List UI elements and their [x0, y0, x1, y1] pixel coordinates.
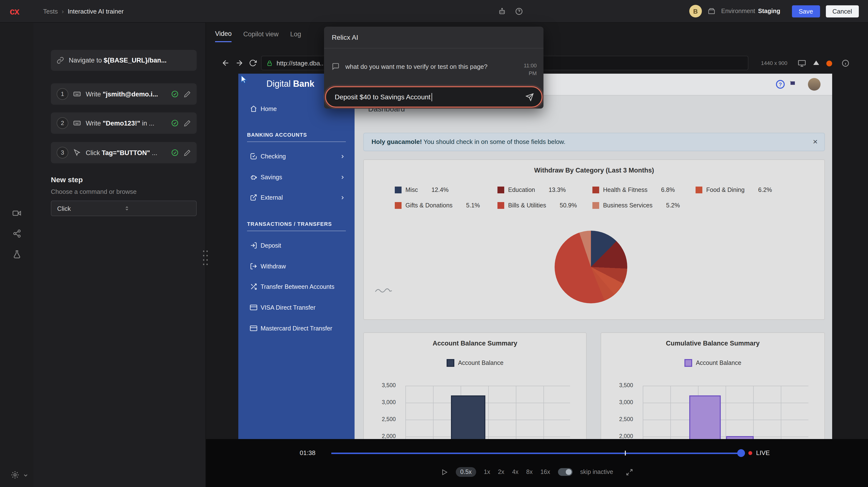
- breadcrumb-tests-link[interactable]: Tests: [43, 7, 58, 15]
- section-banking-accounts: BANKING ACCOUNTS: [247, 132, 307, 138]
- flow-icon[interactable]: [12, 229, 21, 238]
- step-success-icon: [171, 90, 179, 98]
- info-icon[interactable]: [841, 59, 849, 67]
- lock-icon: [267, 60, 273, 66]
- y-axis-tick: 2,500: [608, 416, 633, 422]
- bank-help-icon[interactable]: ?: [776, 80, 785, 89]
- assistant-input-value: Deposit $40 to Savings Account: [335, 93, 430, 101]
- browser-forward-icon[interactable]: [235, 59, 244, 67]
- cumulative-balance-bar: [689, 395, 721, 439]
- y-axis-tick: 3,500: [371, 382, 396, 388]
- live-dot: [748, 451, 752, 455]
- step-row-2[interactable]: 2 Write "Demo123!" in ...: [51, 113, 197, 134]
- playback-time: 01:38: [293, 449, 322, 456]
- sidebar-item-mastercard-transfer[interactable]: Mastercard Direct Transfer: [238, 322, 354, 335]
- skip-inactive-label: skip inactive: [580, 468, 613, 475]
- step-row-1[interactable]: 1 Write "jsmith@demo.i...: [51, 83, 197, 105]
- monitor-icon[interactable]: [798, 59, 806, 67]
- breadcrumb-separator: ›: [62, 7, 64, 15]
- environment-value[interactable]: Staging: [758, 8, 780, 14]
- step-number-badge: 3: [57, 147, 68, 158]
- flask-icon[interactable]: [12, 250, 21, 259]
- text-caret: [431, 93, 432, 101]
- help-icon[interactable]: [515, 7, 523, 15]
- app-logo[interactable]: cx: [10, 6, 19, 17]
- page-title: Interactive AI trainer: [68, 7, 124, 15]
- assistant-input[interactable]: Deposit $40 to Savings Account: [325, 86, 542, 108]
- step-number-badge: 2: [57, 117, 68, 129]
- command-select[interactable]: Click: [51, 201, 197, 216]
- panel-resize-handle[interactable]: [202, 249, 209, 267]
- speed-4x[interactable]: 4x: [512, 468, 518, 475]
- bar-chart-plot: [405, 386, 570, 439]
- toggle-knob: [566, 469, 571, 475]
- step-label: Write "Demo123!" in ...: [86, 119, 166, 127]
- edit-pencil-icon[interactable]: [184, 119, 191, 127]
- alert-text: Holy guacamole! You should check in on s…: [372, 133, 565, 151]
- chevron-right-icon: [340, 154, 345, 159]
- speed-1x[interactable]: 1x: [484, 468, 490, 475]
- timeline-marker: [625, 451, 626, 456]
- edit-pencil-icon[interactable]: [184, 149, 191, 156]
- sidebar-item-deposit[interactable]: Deposit: [238, 239, 354, 252]
- ai-robot-icon[interactable]: [498, 7, 506, 15]
- sidebar-item-savings[interactable]: Savings: [238, 171, 354, 184]
- video-camera-icon[interactable]: [12, 209, 21, 218]
- skip-inactive-toggle[interactable]: [558, 468, 572, 476]
- browser-back-icon[interactable]: [221, 59, 230, 67]
- alert-banner: Holy guacamole! You should check in on s…: [363, 133, 825, 151]
- keyboard-icon: [73, 90, 81, 98]
- warning-triangle-icon[interactable]: [813, 61, 819, 65]
- speed-8x[interactable]: 8x: [526, 468, 533, 475]
- breadcrumb: Tests › Interactive AI trainer: [43, 0, 124, 22]
- sidebar-item-external[interactable]: External: [238, 191, 354, 205]
- cumulative-balance-card: Cumulative Balance Summary Account Balan…: [600, 332, 825, 439]
- save-button[interactable]: Save: [792, 5, 820, 17]
- legend-swatch: [695, 187, 702, 193]
- send-icon[interactable]: [526, 93, 534, 101]
- user-avatar[interactable]: B: [689, 5, 702, 18]
- account-balance-card: Account Balance Summary Account Balance …: [363, 332, 587, 439]
- step-label: Click Tag="BUTTON" ...: [86, 149, 166, 156]
- environment-label: Environment: [721, 8, 755, 14]
- new-step-title: New step: [51, 175, 83, 184]
- legend-swatch: [592, 187, 599, 193]
- timeline-track[interactable]: [331, 449, 745, 457]
- navigate-step[interactable]: Navigate to ${BASE_URL}/ban...: [51, 50, 197, 71]
- sidebar-item-checking[interactable]: Checking: [238, 150, 354, 163]
- fullscreen-icon[interactable]: [626, 468, 633, 476]
- app-window: cx Tests › Interactive AI trainer B Envi…: [0, 0, 868, 487]
- alert-close-icon[interactable]: ×: [813, 133, 817, 151]
- bar-chart-title: Cumulative Balance Summary: [601, 340, 825, 347]
- step-row-3[interactable]: 3 Click Tag="BUTTON" ...: [51, 142, 197, 163]
- tab-log[interactable]: Log: [290, 31, 301, 42]
- withdraw-category-pie: [555, 231, 627, 303]
- chevron-down-icon[interactable]: [23, 473, 29, 478]
- status-orange-dot[interactable]: [826, 61, 832, 66]
- speed-16x[interactable]: 16x: [540, 468, 550, 475]
- browser-refresh-icon[interactable]: [249, 59, 257, 67]
- edit-pencil-icon[interactable]: [184, 90, 191, 98]
- sidebar-item-visa-transfer[interactable]: VISA Direct Transfer: [238, 301, 354, 314]
- settings-gear-icon[interactable]: [11, 470, 20, 479]
- cumulative-balance-bar: [726, 436, 754, 439]
- bar-chart-plot: [643, 386, 808, 439]
- bank-logo[interactable]: Digital Bank: [267, 79, 314, 89]
- playhead[interactable]: [737, 449, 745, 457]
- tab-copilot-view[interactable]: Copilot view: [243, 31, 279, 42]
- y-axis-tick: 3,000: [608, 399, 633, 405]
- play-icon[interactable]: [441, 468, 448, 476]
- assistant-title: Relicx AI: [324, 27, 544, 49]
- withdraw-category-card: Withdraw By Category (Last 3 Months) Mis…: [363, 159, 825, 320]
- tab-video[interactable]: Video: [215, 30, 232, 42]
- speed-2x[interactable]: 2x: [498, 468, 504, 475]
- bank-user-avatar[interactable]: [808, 78, 820, 91]
- assistant-message-time: 11:00 PM: [516, 62, 537, 77]
- section-transactions: TRANSACTIONS / TRANSFERS: [247, 221, 332, 227]
- sidebar-item-withdraw[interactable]: Withdraw: [238, 260, 354, 273]
- step-number-badge: 1: [57, 88, 68, 100]
- sidebar-item-transfer[interactable]: Transfer Between Accounts: [238, 280, 354, 294]
- external-link-icon: [250, 194, 257, 201]
- cancel-button[interactable]: Cancel: [826, 5, 859, 17]
- speed-0.5x[interactable]: 0.5x: [456, 467, 476, 477]
